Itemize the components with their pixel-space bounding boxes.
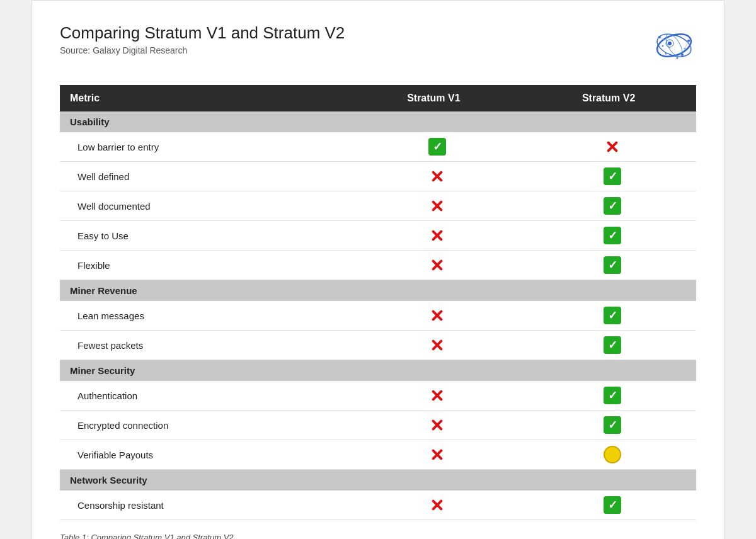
svg-point-7 — [670, 34, 672, 36]
table-header-row: Metric Stratum V1 Stratum V2 — [60, 85, 696, 111]
table-row: Fewest packets — [60, 331, 696, 360]
col-v2: Stratum V2 — [521, 85, 696, 111]
cross-icon — [428, 496, 446, 514]
check-icon — [604, 387, 621, 404]
check-icon — [604, 167, 621, 185]
title-block: Comparing Stratum V1 and Stratum V2 Sour… — [60, 23, 345, 55]
v2-cell — [521, 132, 696, 162]
svg-point-9 — [662, 45, 664, 47]
comparison-table: Metric Stratum V1 Stratum V2 Usability L… — [60, 85, 696, 520]
header-area: Comparing Stratum V1 and Stratum V2 Sour… — [60, 23, 696, 74]
svg-point-11 — [668, 42, 672, 45]
section-row: Usability — [60, 111, 696, 132]
metric-label: Well documented — [60, 191, 346, 221]
check-icon — [604, 256, 621, 274]
table-row: Lean messages — [60, 301, 696, 331]
cross-icon — [428, 387, 446, 404]
subtitle: Source: Galaxy Digital Research — [60, 45, 345, 55]
metric-label: Well defined — [60, 162, 346, 191]
check-icon — [604, 227, 621, 244]
table-row: Low barrier to entry — [60, 132, 696, 162]
metric-label: Censorship resistant — [60, 491, 346, 520]
check-icon — [604, 416, 621, 434]
cross-icon — [428, 336, 446, 354]
col-v1: Stratum V1 — [346, 85, 522, 111]
v2-cell — [521, 411, 696, 440]
metric-label: Fewest packets — [60, 331, 346, 360]
section-label: Miner Security — [60, 360, 696, 382]
cross-icon — [428, 256, 446, 274]
v1-cell — [346, 251, 522, 280]
section-row: Network Security — [60, 470, 696, 491]
table-row: Well documented — [60, 191, 696, 221]
table-row: Well defined — [60, 162, 696, 191]
v1-cell — [346, 191, 522, 221]
v1-cell — [346, 301, 522, 331]
col-metric: Metric — [60, 85, 346, 111]
v2-cell — [521, 221, 696, 251]
partial-icon — [604, 446, 621, 463]
cross-icon — [428, 416, 446, 434]
svg-point-1 — [654, 30, 694, 60]
v2-cell — [521, 191, 696, 221]
v1-cell — [346, 132, 522, 162]
table-row: Easy to Use — [60, 221, 696, 251]
logo-area — [633, 23, 696, 74]
svg-point-6 — [665, 53, 667, 55]
metric-label: Authentication — [60, 381, 346, 411]
check-icon — [604, 307, 621, 324]
table-caption: Table 1: Comparing Stratum V1 and Stratu… — [60, 533, 696, 539]
check-icon — [604, 336, 621, 354]
v2-cell — [521, 440, 696, 470]
table-row: Authentication — [60, 381, 696, 411]
cross-icon — [428, 167, 446, 185]
metric-label: Lean messages — [60, 301, 346, 331]
v1-cell — [346, 491, 522, 520]
metric-label: Low barrier to entry — [60, 132, 346, 162]
metric-label: Verifiable Payouts — [60, 440, 346, 470]
section-label: Network Security — [60, 470, 696, 491]
v2-cell — [521, 331, 696, 360]
v2-cell — [521, 301, 696, 331]
v1-cell — [346, 162, 522, 191]
table-row: Flexible — [60, 251, 696, 280]
v2-cell — [521, 491, 696, 520]
v2-cell — [521, 381, 696, 411]
cross-icon — [428, 307, 446, 324]
cross-icon — [428, 227, 446, 244]
main-card: Comparing Stratum V1 and Stratum V2 Sour… — [32, 0, 724, 539]
v1-cell — [346, 411, 522, 440]
v2-cell — [521, 251, 696, 280]
cross-icon — [428, 446, 446, 463]
v1-cell — [346, 221, 522, 251]
v1-cell — [346, 331, 522, 360]
table-row: Verifiable Payouts — [60, 440, 696, 470]
v2-cell — [521, 162, 696, 191]
v1-cell — [346, 381, 522, 411]
table-row: Censorship resistant — [60, 491, 696, 520]
metric-label: Encrypted connection — [60, 411, 346, 440]
metric-label: Easy to Use — [60, 221, 346, 251]
metric-label: Flexible — [60, 251, 346, 280]
cross-icon — [604, 138, 621, 156]
main-title: Comparing Stratum V1 and Stratum V2 — [60, 23, 345, 43]
check-icon — [604, 496, 621, 514]
section-label: Miner Revenue — [60, 280, 696, 302]
table-row: Encrypted connection — [60, 411, 696, 440]
check-icon — [604, 197, 621, 215]
cross-icon — [428, 197, 446, 215]
section-row: Miner Revenue — [60, 280, 696, 302]
section-label: Usability — [60, 111, 696, 132]
check-icon — [428, 138, 446, 156]
section-row: Miner Security — [60, 360, 696, 382]
v1-cell — [346, 440, 522, 470]
